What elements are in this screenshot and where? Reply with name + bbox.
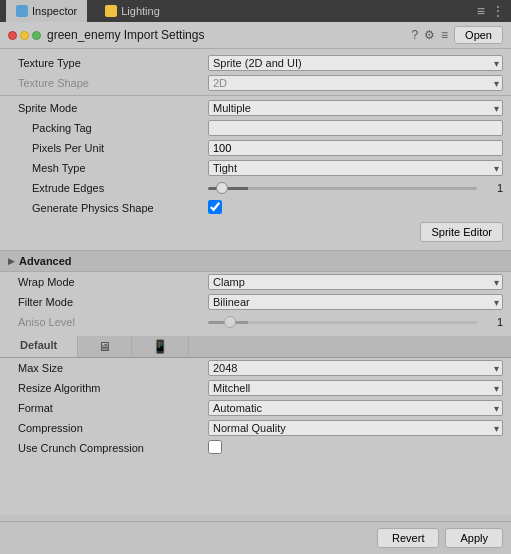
compression-label: Compression <box>8 422 208 434</box>
extrude-edges-value: 1 <box>208 182 503 194</box>
android-icon: 📱 <box>152 339 168 354</box>
sprite-mode-value[interactable]: Multiple <box>208 100 503 116</box>
open-button[interactable]: Open <box>454 26 503 44</box>
revert-button[interactable]: Revert <box>377 528 439 548</box>
dot-yellow <box>20 31 29 40</box>
texture-type-value[interactable]: Sprite (2D and UI) <box>208 55 503 71</box>
max-size-select[interactable]: 2048 <box>208 360 503 376</box>
tab-inspector[interactable]: Inspector <box>6 0 87 22</box>
aniso-level-row: Aniso Level 1 <box>0 312 511 332</box>
use-crunch-compression-checkbox[interactable] <box>208 440 222 454</box>
pixels-per-unit-value[interactable] <box>208 140 503 156</box>
generate-physics-shape-value <box>208 200 503 216</box>
footer: Revert Apply <box>0 521 511 554</box>
use-crunch-compression-value <box>208 440 503 456</box>
tab-lighting[interactable]: Lighting <box>95 0 170 22</box>
lighting-icon <box>105 5 117 17</box>
advanced-section-title: Advanced <box>19 255 72 267</box>
wrap-mode-row: Wrap Mode Clamp <box>0 272 511 292</box>
packing-tag-value[interactable] <box>208 120 503 136</box>
resize-algorithm-label: Resize Algorithm <box>8 382 208 394</box>
title-bar: Inspector Lighting ≡ ⋮ <box>0 0 511 22</box>
packing-tag-label: Packing Tag <box>8 122 208 134</box>
aniso-level-slider <box>208 321 477 324</box>
generate-physics-shape-row: Generate Physics Shape <box>0 198 511 218</box>
use-crunch-compression-label: Use Crunch Compression <box>8 442 208 454</box>
apply-button[interactable]: Apply <box>445 528 503 548</box>
platform-tab-desktop[interactable]: 🖥 <box>78 336 132 357</box>
sprite-mode-select[interactable]: Multiple <box>208 100 503 116</box>
sprite-editor-button[interactable]: Sprite Editor <box>420 222 503 242</box>
title-bar-actions: ≡ ⋮ <box>477 3 505 19</box>
help-icon[interactable]: ? <box>411 28 418 42</box>
compression-select[interactable]: Normal Quality <box>208 420 503 436</box>
wrap-mode-label: Wrap Mode <box>8 276 208 288</box>
resize-algorithm-value[interactable]: Mitchell <box>208 380 503 396</box>
dot-green <box>32 31 41 40</box>
wrap-mode-value[interactable]: Clamp <box>208 274 503 290</box>
generate-physics-shape-checkbox[interactable] <box>208 200 222 214</box>
format-select[interactable]: Automatic <box>208 400 503 416</box>
pixels-per-unit-row: Pixels Per Unit <box>0 138 511 158</box>
extrude-edges-row: Extrude Edges 1 <box>0 178 511 198</box>
texture-type-row: Texture Type Sprite (2D and UI) <box>0 53 511 73</box>
max-size-label: Max Size <box>8 362 208 374</box>
platform-tab-default[interactable]: Default <box>0 336 78 357</box>
use-crunch-compression-row: Use Crunch Compression <box>0 438 511 458</box>
platform-tab-android[interactable]: 📱 <box>132 336 189 357</box>
sprite-editor-container: Sprite Editor <box>0 218 511 246</box>
pixels-per-unit-input[interactable] <box>208 140 503 156</box>
mesh-type-value[interactable]: Tight <box>208 160 503 176</box>
wrap-mode-select[interactable]: Clamp <box>208 274 503 290</box>
mesh-type-row: Mesh Type Tight <box>0 158 511 178</box>
format-value[interactable]: Automatic <box>208 400 503 416</box>
resize-algorithm-select[interactable]: Mitchell <box>208 380 503 396</box>
window-dots <box>8 31 41 40</box>
extrude-edges-slider[interactable] <box>208 187 477 190</box>
menu-icon[interactable]: ≡ <box>477 3 485 19</box>
mesh-type-label: Mesh Type <box>8 162 208 174</box>
texture-shape-value[interactable]: 2D <box>208 75 503 91</box>
platform-tabs: Default 🖥 📱 <box>0 336 511 358</box>
aniso-level-value: 1 <box>208 316 503 328</box>
format-label: Format <box>8 402 208 414</box>
packing-tag-input[interactable] <box>208 120 503 136</box>
filter-mode-value[interactable]: Bilinear <box>208 294 503 310</box>
compression-value[interactable]: Normal Quality <box>208 420 503 436</box>
advanced-section-header[interactable]: ▶ Advanced <box>0 250 511 272</box>
max-size-row: Max Size 2048 <box>0 358 511 378</box>
inspector-icon <box>16 5 28 17</box>
texture-type-label: Texture Type <box>8 57 208 69</box>
desktop-icon: 🖥 <box>98 339 111 354</box>
pixels-per-unit-label: Pixels Per Unit <box>8 142 208 154</box>
filter-mode-row: Filter Mode Bilinear <box>0 292 511 312</box>
inspector-header: green_enemy Import Settings ? ⚙ ≡ Open <box>0 22 511 49</box>
generate-physics-shape-label: Generate Physics Shape <box>8 202 208 214</box>
advanced-triangle-icon: ▶ <box>8 256 15 266</box>
sprite-mode-row: Sprite Mode Multiple <box>0 98 511 118</box>
resize-algorithm-row: Resize Algorithm Mitchell <box>0 378 511 398</box>
extrude-edges-label: Extrude Edges <box>8 182 208 194</box>
aniso-level-number: 1 <box>483 316 503 328</box>
extrude-edges-number: 1 <box>483 182 503 194</box>
filter-mode-label: Filter Mode <box>8 296 208 308</box>
sprite-mode-label: Sprite Mode <box>8 102 208 114</box>
compression-row: Compression Normal Quality <box>0 418 511 438</box>
texture-shape-label: Texture Shape <box>8 77 208 89</box>
settings-icon[interactable]: ⚙ <box>424 28 435 42</box>
max-size-value[interactable]: 2048 <box>208 360 503 376</box>
dot-red <box>8 31 17 40</box>
texture-type-select[interactable]: Sprite (2D and UI) <box>208 55 503 71</box>
packing-tag-row: Packing Tag <box>0 118 511 138</box>
texture-shape-select[interactable]: 2D <box>208 75 503 91</box>
more-icon[interactable]: ⋮ <box>491 3 505 19</box>
mesh-type-select[interactable]: Tight <box>208 160 503 176</box>
aniso-level-label: Aniso Level <box>8 316 208 328</box>
file-name: green_enemy Import Settings <box>47 28 405 42</box>
format-row: Format Automatic <box>0 398 511 418</box>
filter-mode-select[interactable]: Bilinear <box>208 294 503 310</box>
inspector-body: Texture Type Sprite (2D and UI) Texture … <box>0 49 511 515</box>
texture-shape-row: Texture Shape 2D <box>0 73 511 93</box>
layer-icon[interactable]: ≡ <box>441 28 448 42</box>
